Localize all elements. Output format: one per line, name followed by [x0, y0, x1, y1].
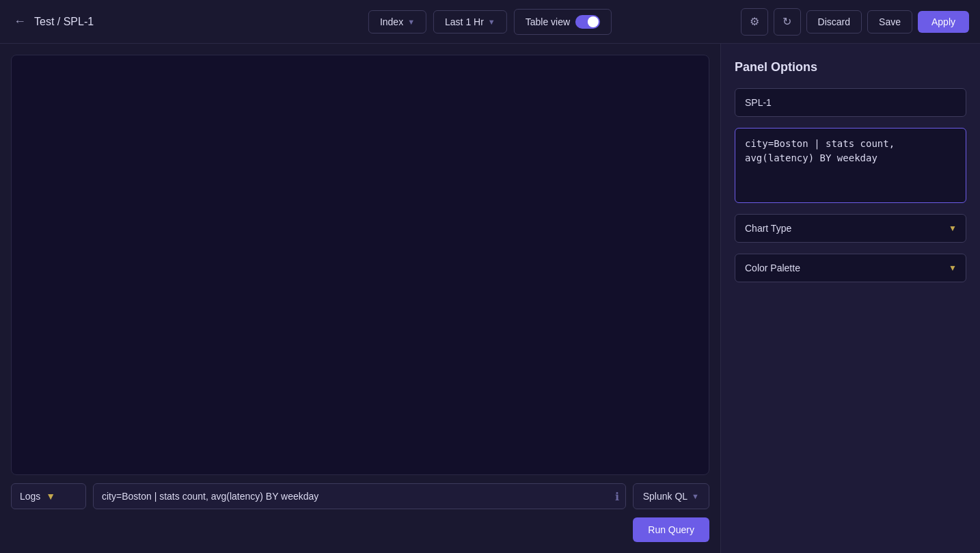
chart-type-wrapper: Chart TypeBarLineAreaPieScatter: [735, 214, 966, 243]
color-palette-wrapper: Color PaletteDefaultBluesGreensReds: [735, 254, 966, 282]
run-query-label: Run Query: [648, 524, 694, 535]
save-label: Save: [879, 16, 901, 27]
splunk-ql-chevron-icon: ▼: [692, 492, 699, 500]
gear-icon: ⚙: [750, 15, 759, 28]
back-button[interactable]: ←: [11, 12, 29, 31]
time-range-label: Last 1 Hr: [445, 16, 484, 27]
refresh-icon: ↻: [782, 15, 791, 28]
panel-name-input[interactable]: [735, 88, 966, 117]
panel-options-title: Panel Options: [735, 60, 966, 75]
back-arrow-icon: ←: [14, 14, 26, 29]
query-input[interactable]: [93, 483, 626, 509]
run-query-row: Run Query: [11, 517, 709, 542]
table-view-toggle[interactable]: Table view: [514, 9, 612, 35]
index-chevron-icon: ▼: [407, 18, 415, 26]
query-input-wrapper: ℹ: [93, 483, 626, 509]
breadcrumb-title: Test / SPL-1: [34, 16, 94, 28]
header-left: ← Test / SPL-1: [11, 12, 94, 31]
chart-area: [11, 55, 709, 475]
toggle-switch-icon: [575, 15, 600, 29]
info-icon[interactable]: ℹ: [615, 490, 619, 503]
index-button[interactable]: Index ▼: [368, 10, 426, 33]
chart-type-select[interactable]: Chart TypeBarLineAreaPieScatter: [735, 214, 966, 243]
color-palette-select[interactable]: Color PaletteDefaultBluesGreensReds: [735, 254, 966, 282]
header-right: ⚙ ↻ Discard Save Apply: [741, 8, 969, 36]
discard-label: Discard: [818, 16, 850, 27]
left-panel: Logs ▼ ℹ Splunk QL ▼ Run Query: [0, 44, 720, 553]
index-label: Index: [380, 16, 403, 27]
splunk-ql-label: Splunk QL: [643, 491, 688, 502]
settings-button[interactable]: ⚙: [741, 8, 768, 36]
logs-select[interactable]: Logs ▼: [11, 483, 86, 509]
header: ← Test / SPL-1 Index ▼ Last 1 Hr ▼ Table…: [0, 0, 980, 44]
panel-query-textarea[interactable]: [735, 128, 966, 203]
query-bar: Logs ▼ ℹ Splunk QL ▼: [11, 483, 709, 509]
time-range-button[interactable]: Last 1 Hr ▼: [433, 10, 507, 33]
apply-label: Apply: [931, 16, 955, 27]
splunk-ql-button[interactable]: Splunk QL ▼: [633, 483, 709, 509]
discard-button[interactable]: Discard: [806, 10, 862, 33]
main-content: Logs ▼ ℹ Splunk QL ▼ Run Query Panel Opt…: [0, 44, 980, 553]
save-button[interactable]: Save: [867, 10, 912, 33]
header-center: Index ▼ Last 1 Hr ▼ Table view: [368, 9, 612, 35]
refresh-button[interactable]: ↻: [774, 8, 801, 36]
logs-chevron-icon: ▼: [46, 491, 55, 502]
logs-label: Logs: [20, 491, 40, 502]
apply-button[interactable]: Apply: [918, 11, 969, 33]
table-view-label: Table view: [526, 16, 570, 27]
right-panel: Panel Options Chart TypeBarLineAreaPieSc…: [720, 44, 980, 553]
run-query-button[interactable]: Run Query: [633, 517, 709, 542]
time-range-chevron-icon: ▼: [488, 18, 495, 26]
